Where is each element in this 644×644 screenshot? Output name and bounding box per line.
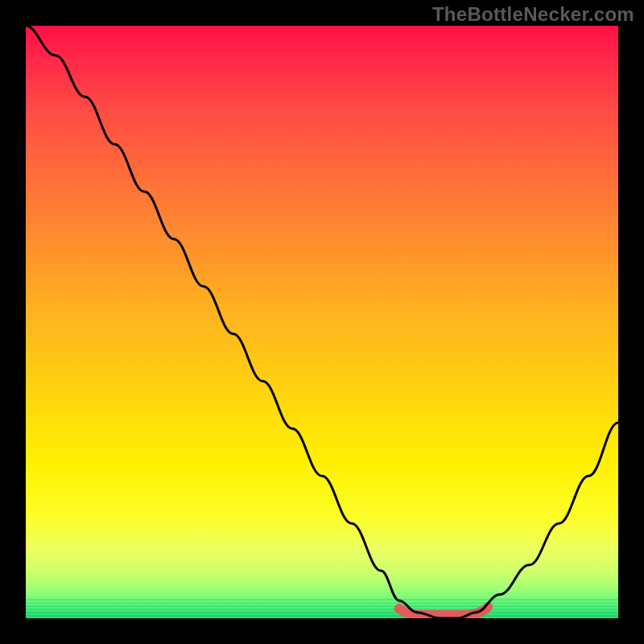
bottleneck-curve bbox=[26, 26, 618, 618]
chart-container: TheBottleNecker.com bbox=[0, 0, 644, 644]
watermark-label: TheBottleNecker.com bbox=[432, 3, 634, 26]
curve-layer bbox=[26, 26, 618, 618]
plot-area bbox=[26, 26, 618, 618]
